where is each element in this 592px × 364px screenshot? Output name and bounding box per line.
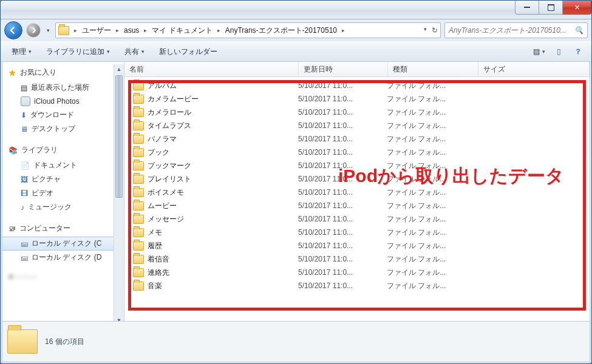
chevron-right-icon[interactable]: ▸: [116, 25, 119, 35]
sidebar-item-local-disk-c[interactable]: 🖴ローカル ディスク (C: [2, 237, 124, 251]
help-icon: ？: [574, 47, 582, 57]
folder-icon: [133, 175, 144, 184]
sidebar-item-downloads[interactable]: ⬇ダウンロード: [2, 108, 124, 122]
chevron-right-icon[interactable]: ▸: [342, 25, 345, 35]
sidebar-item-documents[interactable]: 📄ドキュメント: [2, 158, 124, 172]
file-name: ブックマーク: [148, 161, 191, 171]
file-type-cell: ファイル フォル...: [382, 228, 472, 238]
column-header-name[interactable]: 名前: [124, 62, 299, 76]
column-header-type[interactable]: 種類: [388, 62, 478, 76]
file-name: カメラロール: [148, 107, 191, 118]
back-button[interactable]: [4, 21, 22, 39]
file-type-cell: ファイル フォル...: [382, 241, 472, 251]
file-name: 着信音: [148, 254, 169, 265]
table-row[interactable]: 履歴5/10/2017 11:0...ファイル フォル...: [124, 239, 590, 252]
table-row[interactable]: ブック5/10/2017 11:0...ファイル フォル...: [124, 146, 590, 159]
sidebar-item-recent[interactable]: ▤最近表示した場所: [2, 81, 124, 95]
table-row[interactable]: カメラムービー5/10/2017 11:0...ファイル フォル...: [124, 92, 590, 106]
folder-icon: [7, 329, 38, 354]
table-row[interactable]: ブックマーク5/10/2017 11:0...ファイル フォル...: [124, 159, 590, 172]
search-icon: 🔍: [574, 26, 583, 35]
table-row[interactable]: カメラロール5/10/2017 11:0...ファイル フォル...: [124, 106, 590, 119]
sidebar-item-desktop[interactable]: 🖥デスクトップ: [2, 122, 124, 136]
scroll-up-icon[interactable]: ▲: [114, 64, 124, 74]
file-name-cell: アルバム: [133, 81, 293, 91]
status-bar: 16 個の項目: [2, 321, 590, 362]
folder-icon: [133, 281, 144, 291]
sidebar-scrollbar[interactable]: ▲ ▼: [114, 64, 124, 325]
maximize-button[interactable]: [539, 1, 563, 15]
help-button[interactable]: ？: [570, 44, 587, 59]
file-name-cell: プレイリスト: [133, 174, 293, 184]
library-icon: 📚: [9, 146, 18, 155]
star-icon: ★: [9, 68, 16, 78]
libraries-group[interactable]: 📚 ライブラリ: [2, 142, 124, 158]
folder-icon: [133, 255, 144, 264]
folder-icon: [133, 268, 144, 277]
table-row[interactable]: プレイリスト5/10/2017 11:0...ファイル フォル...: [124, 172, 590, 186]
favorites-group[interactable]: ★ お気に入り: [2, 64, 124, 81]
file-name-cell: 履歴: [133, 241, 293, 251]
search-input[interactable]: AnyTrans-エクスポート-20170510... 🔍: [444, 22, 588, 38]
file-name: プレイリスト: [148, 174, 191, 184]
file-date-cell: 5/10/2017 11:0...: [293, 281, 382, 290]
navigation-pane: ★ お気に入り ▤最近表示した場所 iCloud Photos ⬇ダウンロード …: [2, 62, 124, 325]
table-row[interactable]: タイムラプス5/10/2017 11:0...ファイル フォル...: [124, 119, 590, 132]
file-name: メッセージ: [148, 214, 184, 224]
table-row[interactable]: メモ5/10/2017 11:0...ファイル フォル...: [124, 226, 590, 239]
organize-button[interactable]: 整理 ▾: [5, 44, 38, 59]
column-header-date[interactable]: 更新日時: [299, 62, 388, 76]
folder-icon: [133, 135, 144, 144]
file-name: カメラムービー: [148, 94, 199, 104]
table-row[interactable]: アルバム5/10/2017 11:0...ファイル フォル...: [124, 79, 590, 92]
add-to-library-button[interactable]: ライブラリに追加 ▾: [40, 44, 116, 59]
close-button[interactable]: ✕: [563, 1, 591, 15]
column-header-size[interactable]: サイズ: [478, 62, 590, 76]
folder-icon: [133, 228, 144, 237]
table-row[interactable]: 着信音5/10/2017 11:0...ファイル フォル...: [124, 252, 590, 266]
minimize-button[interactable]: [515, 1, 539, 15]
dropdown-icon[interactable]: ▾: [424, 26, 427, 35]
view-icon: ▤: [533, 47, 540, 56]
file-name: タイムラプス: [148, 121, 191, 131]
scrollbar-thumb[interactable]: [115, 75, 123, 198]
chevron-right-icon[interactable]: ▸: [217, 25, 220, 35]
file-name-cell: ボイスメモ: [133, 187, 293, 198]
refresh-button[interactable]: ↻: [432, 26, 438, 35]
folder-icon: [133, 121, 144, 130]
file-date-cell: 5/10/2017 11:0...: [293, 255, 382, 263]
view-options-button[interactable]: ▤ ▾: [531, 45, 548, 58]
table-row[interactable]: 音楽5/10/2017 11:0...ファイル フォル...: [124, 279, 590, 292]
table-row[interactable]: パノラマ5/10/2017 11:0...ファイル フォル...: [124, 132, 590, 146]
preview-pane-button[interactable]: ▯: [550, 45, 567, 58]
sidebar-item-music[interactable]: ♪ミュージック: [2, 200, 124, 214]
sidebar-item-icloud-photos[interactable]: iCloud Photos: [2, 95, 124, 108]
file-name-cell: 連絡先: [133, 268, 293, 278]
sidebar-item-pictures[interactable]: 🖼ピクチャ: [2, 172, 124, 186]
share-button[interactable]: 共有 ▾: [118, 44, 151, 59]
breadcrumb[interactable]: AnyTrans-エクスポート-20170510: [225, 25, 337, 36]
computer-group[interactable]: 🖳 コンピューター: [2, 220, 124, 237]
forward-button[interactable]: [26, 23, 41, 38]
breadcrumb[interactable]: asus: [124, 26, 139, 35]
sidebar-item-local-disk-d[interactable]: 🖴ローカル ディスク (D: [2, 251, 124, 265]
table-row[interactable]: 連絡先5/10/2017 11:0...ファイル フォル...: [124, 266, 590, 279]
folder-icon: [133, 201, 144, 211]
arrow-right-icon: [30, 27, 36, 33]
breadcrumb[interactable]: ユーザー: [82, 25, 111, 36]
chevron-right-icon[interactable]: ▸: [74, 25, 77, 35]
breadcrumb[interactable]: マイ ドキュメント: [152, 25, 212, 36]
chevron-right-icon[interactable]: ▸: [144, 25, 147, 35]
file-name-cell: 着信音: [133, 254, 293, 265]
video-icon: 🎞: [21, 189, 28, 198]
file-date-cell: 5/10/2017 11:0...: [293, 161, 382, 170]
address-bar[interactable]: ▸ ユーザー ▸ asus ▸ マイ ドキュメント ▸ AnyTrans-エクス…: [55, 22, 441, 38]
file-date-cell: 5/10/2017 11:0...: [293, 188, 382, 197]
table-row[interactable]: ボイスメモ5/10/2017 11:0...ファイル フォル...: [124, 186, 590, 199]
table-row[interactable]: ムービー5/10/2017 11:0...ファイル フォル...: [124, 199, 590, 212]
new-folder-button[interactable]: 新しいフォルダー: [153, 44, 223, 59]
table-row[interactable]: メッセージ5/10/2017 11:0...ファイル フォル...: [124, 212, 590, 226]
sidebar-item-videos[interactable]: 🎞ビデオ: [2, 186, 124, 200]
history-dropdown[interactable]: ▾: [44, 27, 52, 33]
file-date-cell: 5/10/2017 11:0...: [293, 95, 382, 103]
